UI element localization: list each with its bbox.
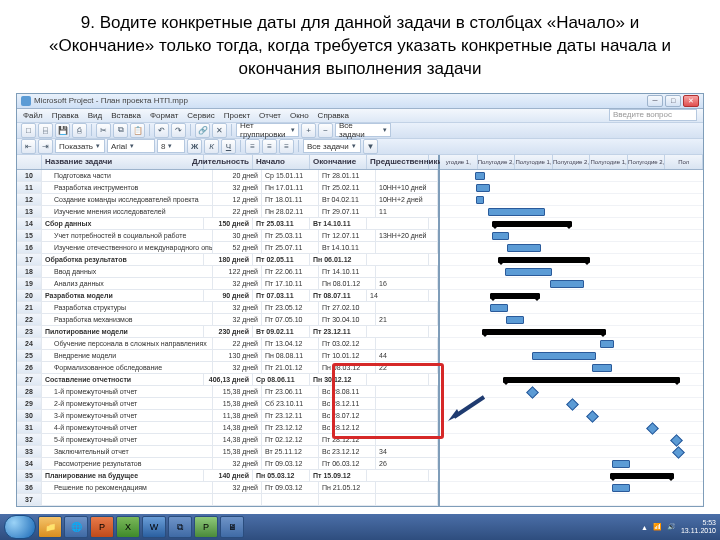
table-row[interactable]: 26Формализованное обследование32 днейПт … [17, 362, 438, 374]
cut-button[interactable]: ✂ [96, 123, 111, 138]
table-row[interactable]: 292-й промежуточный отчет15,38 днейСб 23… [17, 398, 438, 410]
align-right-button[interactable]: ≡ [279, 139, 294, 154]
filter2-combo[interactable]: Все задачи [303, 139, 361, 153]
taskbar-item[interactable]: P [194, 516, 218, 538]
taskbar-item[interactable]: W [142, 516, 166, 538]
align-center-button[interactable]: ≡ [262, 139, 277, 154]
task-bar[interactable] [490, 304, 508, 312]
menu-window[interactable]: Окно [290, 111, 309, 120]
milestone-icon[interactable] [526, 386, 539, 399]
table-row[interactable]: 36Решение по рекомендациям32 днейПт 09.0… [17, 482, 438, 494]
zoom-in-button[interactable]: + [301, 123, 316, 138]
summary-bar[interactable] [610, 473, 674, 479]
task-bar[interactable] [492, 232, 509, 240]
clock[interactable]: 5:5313.11.2010 [681, 519, 716, 534]
taskbar-item[interactable]: 🌐 [64, 516, 88, 538]
menu-edit[interactable]: Правка [52, 111, 79, 120]
table-row[interactable]: 15Учет потребностей в социальной работе3… [17, 230, 438, 242]
filter-combo[interactable]: Все задачи [335, 123, 391, 137]
col-predecessors[interactable]: Предшественники [367, 155, 429, 169]
minimize-button[interactable]: ─ [647, 95, 663, 107]
menu-insert[interactable]: Вставка [111, 111, 141, 120]
menu-project[interactable]: Проект [224, 111, 250, 120]
taskbar-item[interactable]: ⧉ [168, 516, 192, 538]
menu-view[interactable]: Вид [88, 111, 102, 120]
font-combo[interactable]: Arial [107, 139, 155, 153]
fontsize-combo[interactable]: 8 [157, 139, 185, 153]
open-button[interactable]: ⌸ [38, 123, 53, 138]
col-duration[interactable]: Длительность [204, 155, 253, 169]
taskbar-item[interactable]: X [116, 516, 140, 538]
table-row[interactable]: 10Подготовка части20 днейСр 15.01.11Пт 2… [17, 170, 438, 182]
milestone-icon[interactable] [566, 398, 579, 411]
summary-bar[interactable] [490, 293, 540, 299]
italic-button[interactable]: К [204, 139, 219, 154]
start-button[interactable] [4, 515, 36, 539]
menu-help[interactable]: Справка [318, 111, 349, 120]
milestone-icon[interactable] [672, 446, 685, 459]
close-button[interactable]: ✕ [683, 95, 699, 107]
bold-button[interactable]: Ж [187, 139, 202, 154]
volume-icon[interactable]: 🔊 [667, 523, 676, 531]
table-row[interactable]: 34Рассмотрение результатов32 днейПт 09.0… [17, 458, 438, 470]
new-button[interactable]: □ [21, 123, 36, 138]
table-row[interactable]: 18Ввод данных122 днейПт 22.06.11Пт 14.10… [17, 266, 438, 278]
task-bar[interactable] [612, 484, 630, 492]
table-row[interactable]: 281-й промежуточный отчет15,38 днейПт 23… [17, 386, 438, 398]
table-row[interactable]: 37 [17, 494, 438, 506]
table-row[interactable]: 11Разработка инструментов32 днейПн 17.01… [17, 182, 438, 194]
task-bar[interactable] [532, 352, 596, 360]
summary-bar[interactable] [482, 329, 606, 335]
col-rownum[interactable] [17, 155, 42, 169]
col-start[interactable]: Начало [253, 155, 310, 169]
summary-bar[interactable] [503, 377, 680, 383]
table-row[interactable]: 21Разработка структуры32 днейПт 23.05.12… [17, 302, 438, 314]
network-icon[interactable]: 📶 [653, 523, 662, 531]
menu-format[interactable]: Формат [150, 111, 178, 120]
show-combo[interactable]: Показать [55, 139, 105, 153]
table-row[interactable]: 35Планирование на будущее140 днейПн 05.0… [17, 470, 438, 482]
table-row[interactable]: 303-й промежуточный отчет11,38 днейПт 23… [17, 410, 438, 422]
milestone-icon[interactable] [646, 422, 659, 435]
table-row[interactable]: 25Внедрение модели130 днейПн 08.08.11Пт … [17, 350, 438, 362]
indent-button[interactable]: ⇥ [38, 139, 53, 154]
table-row[interactable]: 13Изучение мнения исследователей22 днейП… [17, 206, 438, 218]
autofilter-button[interactable]: ▼ [363, 139, 378, 154]
table-row[interactable]: 20Разработка модели90 днейПт 07.03.11Пт … [17, 290, 438, 302]
tray-icon[interactable]: ▲ [641, 524, 648, 531]
milestone-icon[interactable] [670, 434, 683, 447]
col-end[interactable]: Окончание [310, 155, 367, 169]
table-row[interactable]: 24Обучение персонала в сложных направлен… [17, 338, 438, 350]
task-bar[interactable] [592, 364, 612, 372]
table-row[interactable]: 27Составление отчетности406,13 днейСр 08… [17, 374, 438, 386]
menu-file[interactable]: Файл [23, 111, 43, 120]
task-bar[interactable] [600, 340, 614, 348]
menu-tools[interactable]: Сервис [187, 111, 214, 120]
table-row[interactable]: 12Создание команды исследователей проект… [17, 194, 438, 206]
task-bar[interactable] [476, 196, 484, 204]
milestone-icon[interactable] [586, 410, 599, 423]
help-search-input[interactable]: Введите вопрос [609, 109, 697, 121]
task-bar[interactable] [488, 208, 545, 216]
table-row[interactable]: 314-й промежуточный отчет14,38 днейПт 23… [17, 422, 438, 434]
task-bar[interactable] [475, 172, 485, 180]
maximize-button[interactable]: □ [665, 95, 681, 107]
task-bar[interactable] [476, 184, 490, 192]
summary-bar[interactable] [492, 221, 572, 227]
menu-report[interactable]: Отчет [259, 111, 281, 120]
taskbar-item[interactable]: 📁 [38, 516, 62, 538]
table-row[interactable]: 19Анализ данных32 днейПт 17.10.11Пн 08.0… [17, 278, 438, 290]
table-row[interactable]: 33Заключительный отчет15,38 днейВт 25.11… [17, 446, 438, 458]
underline-button[interactable]: Ч [221, 139, 236, 154]
table-row[interactable]: 22Разработка механизмов32 днейПт 07.05.1… [17, 314, 438, 326]
table-row[interactable]: 325-й промежуточный отчет14,38 днейПт 02… [17, 434, 438, 446]
task-bar[interactable] [505, 268, 552, 276]
taskbar-item[interactable]: P [90, 516, 114, 538]
task-bar[interactable] [612, 460, 630, 468]
task-bar[interactable] [507, 244, 541, 252]
paste-button[interactable]: 📋 [130, 123, 145, 138]
task-bar[interactable] [506, 316, 524, 324]
table-row[interactable]: 16Изучение отечественного и международно… [17, 242, 438, 254]
link-button[interactable]: 🔗 [195, 123, 210, 138]
align-left-button[interactable]: ≡ [245, 139, 260, 154]
